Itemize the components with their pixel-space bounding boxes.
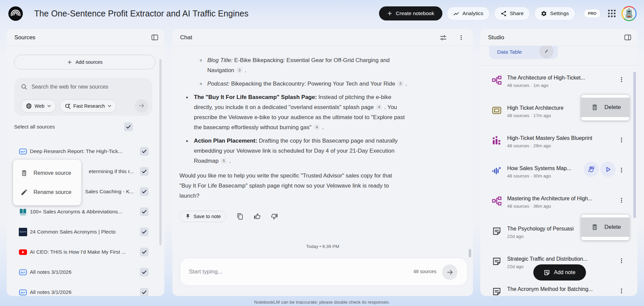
sources-title: Sources <box>14 34 35 41</box>
play-button[interactable] <box>600 162 615 177</box>
thumbs-up-icon[interactable] <box>254 213 261 220</box>
source-row[interactable]: m+All notes 3/1/2026 <box>7 264 164 280</box>
settings-button[interactable]: Settings <box>534 7 575 20</box>
source-checkbox[interactable] <box>140 268 149 276</box>
source-row[interactable]: PLECTO24 Common Sales Acronyms | Plecto <box>7 224 164 240</box>
chat-input[interactable] <box>189 258 390 286</box>
citation-chip[interactable]: 4 <box>376 104 382 110</box>
chevron-down-icon <box>108 105 111 107</box>
apps-grid-icon[interactable] <box>607 9 616 18</box>
bullet-marker <box>186 140 188 142</box>
source-checkbox[interactable] <box>140 248 149 256</box>
chevron-down-icon <box>47 105 51 107</box>
source-row[interactable]: m+Deep Research Report: The High-Tick... <box>7 143 164 159</box>
note-icon <box>492 226 501 236</box>
save-to-note-button[interactable]: Save to note <box>179 211 226 222</box>
data-table-label: Data Table <box>497 49 522 55</box>
search-submit-button[interactable] <box>135 99 148 113</box>
arrow-right-icon <box>446 269 453 276</box>
add-sources-label: Add sources <box>75 59 103 65</box>
more-vert-icon[interactable] <box>619 196 625 204</box>
more-vert-icon[interactable] <box>619 257 625 265</box>
citation-chip[interactable]: 3 <box>236 67 243 73</box>
send-button[interactable] <box>442 264 458 280</box>
studio-item-title: Mastering the Architecture of High... <box>507 196 592 202</box>
thumbs-down-icon[interactable] <box>271 213 278 220</box>
studio-item-title: How Sales Systems Map... <box>507 165 571 171</box>
web-source-dropdown[interactable]: Web <box>21 99 56 113</box>
studio-item-meta: 48 sources · 17m ago <box>507 113 551 118</box>
waveform-icon <box>492 166 501 175</box>
plus-icon <box>387 11 392 16</box>
source-checkbox[interactable] <box>140 227 149 236</box>
select-all-checkbox[interactable] <box>124 122 133 131</box>
collapse-panel-icon[interactable] <box>624 34 631 41</box>
analytics-button[interactable]: Analytics <box>447 7 490 20</box>
studio-item[interactable]: How Sales Systems Map...48 sources · 30m… <box>480 165 637 184</box>
avatar[interactable] <box>622 6 637 21</box>
source-checkbox[interactable] <box>140 288 149 296</box>
play-icon <box>604 166 612 173</box>
chat-block: Podcast: Bikepacking the Backcountry: Po… <box>179 79 412 89</box>
barchart-icon <box>492 136 501 145</box>
source-title: AI CEO: THIS is How I'd Make My First ..… <box>30 249 126 255</box>
source-checkbox[interactable] <box>140 187 149 196</box>
copy-icon[interactable] <box>237 213 244 220</box>
more-vert-icon[interactable] <box>619 75 625 84</box>
notebook-note-icon: m+ <box>19 147 27 156</box>
analytics-label: Analytics <box>463 10 483 16</box>
share-button[interactable]: Share <box>494 7 530 20</box>
more-vert-icon[interactable] <box>619 136 625 144</box>
notebooklm-logo[interactable] <box>8 6 23 21</box>
context-menu-item-rename-source[interactable]: Rename source <box>13 183 81 202</box>
source-checkbox[interactable] <box>140 167 149 176</box>
source-row[interactable]: m+All notes 3/1/2026 <box>7 284 164 296</box>
text-segment: The "Buy It For Life Basecamp" Splash Pa… <box>194 94 317 100</box>
citation-chip[interactable]: 5 <box>221 158 227 164</box>
citation-chip[interactable]: 3 <box>397 81 404 87</box>
studio-item-meta: 48 sources · 29m ago <box>507 143 551 148</box>
context-menu-item-remove-source[interactable]: Remove source <box>13 163 81 183</box>
flowchart-icon <box>492 196 501 206</box>
delete-menu-item[interactable]: Delete <box>581 98 629 117</box>
text-segment: . <box>320 124 323 131</box>
search-input[interactable] <box>32 84 142 90</box>
svg-text:m+: m+ <box>20 270 25 274</box>
edit-icon[interactable] <box>539 46 553 58</box>
source-title: All notes 3/1/2026 <box>30 269 71 275</box>
trash-icon <box>591 223 598 231</box>
studio-scrollbar[interactable] <box>633 72 636 218</box>
delete-menu-item[interactable]: Delete <box>581 217 629 237</box>
studio-item-meta: 48 sources · 36m ago <box>507 204 551 209</box>
note-icon <box>492 287 501 296</box>
source-row[interactable]: AI CEO: THIS is How I'd Make My First ..… <box>7 244 164 260</box>
studio-item[interactable]: High-Ticket Mastery Sales Blueprint48 so… <box>480 135 637 153</box>
source-checkbox[interactable] <box>140 147 149 156</box>
svg-text:PLECTO: PLECTO <box>19 231 26 233</box>
citation-chip[interactable]: 4 <box>314 124 320 130</box>
more-vert-icon[interactable] <box>619 166 625 174</box>
add-sources-button[interactable]: Add sources <box>14 55 156 69</box>
studio-item[interactable]: The Acronym Method for Batching... <box>480 286 637 296</box>
studio-card-data-table[interactable]: Data Table <box>489 46 558 59</box>
collapse-panel-icon[interactable] <box>151 34 158 41</box>
add-note-button[interactable]: Add note <box>533 264 586 280</box>
sources-scrollbar[interactable] <box>159 59 162 245</box>
create-notebook-button[interactable]: Create notebook <box>379 6 442 20</box>
source-row[interactable]: 100+ Sales Acronyms & Abbreviations... <box>7 204 164 220</box>
source-title: Deep Research Report: The High-Tick... <box>30 148 122 154</box>
pencil-icon <box>20 189 28 196</box>
check-icon <box>142 169 147 174</box>
source-title: All notes 3/1/2026 <box>30 289 71 295</box>
studio-item[interactable]: Mastering the Architecture of High...48 … <box>480 195 637 214</box>
chat-scrollbar[interactable] <box>469 249 471 257</box>
source-checkbox[interactable] <box>140 207 149 216</box>
more-vert-icon[interactable] <box>458 35 464 41</box>
studio-item[interactable]: The Architecture of High-Ticket...48 sou… <box>480 74 637 93</box>
chat-panel: Chat Blog Title: E-Bike Bikepacking: Ess… <box>172 29 473 296</box>
hand-wave-button[interactable] <box>584 162 599 177</box>
tune-icon[interactable] <box>440 34 447 41</box>
research-mode-dropdown[interactable]: Fast Research <box>60 99 116 113</box>
add-note-label: Add note <box>554 269 575 275</box>
more-vert-icon[interactable] <box>619 287 625 295</box>
